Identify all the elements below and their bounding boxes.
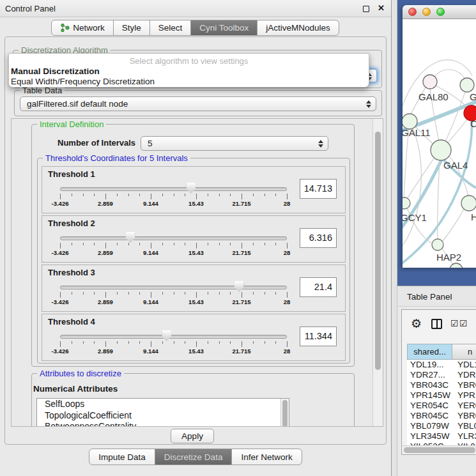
tab-style[interactable]: Style bbox=[113, 20, 150, 36]
number-of-intervals-label: Number of Intervals bbox=[58, 138, 135, 148]
table-row[interactable]: YER054C YER0 bbox=[407, 401, 476, 411]
network-edge[interactable] bbox=[438, 160, 440, 239]
network-node[interactable] bbox=[450, 263, 463, 268]
table-panel-title: Table Panel bbox=[407, 292, 452, 302]
numerical-attributes-list[interactable]: SelfLoops TopologicalCoefficient Between… bbox=[36, 398, 289, 427]
apply-button[interactable]: Apply bbox=[171, 429, 214, 443]
table-row[interactable]: YBR045C YBR0 bbox=[407, 411, 476, 421]
cell[interactable]: YLR345W bbox=[407, 431, 452, 441]
tab-cyni-toolbox[interactable]: Cyni Toolbox bbox=[190, 20, 257, 36]
interval-definition-group: Interval Definition Number of Intervals … bbox=[31, 124, 355, 367]
tab-discretize-data[interactable]: Discretize Data bbox=[155, 449, 233, 465]
table-header-row: shared... n bbox=[407, 344, 476, 360]
cell[interactable]: YDL19... bbox=[407, 360, 452, 370]
column-header-shared-name[interactable]: shared... bbox=[407, 344, 452, 360]
close-icon[interactable]: ✕ bbox=[378, 3, 385, 13]
network-node[interactable] bbox=[460, 78, 474, 92]
threshold-1-value-field[interactable]: 14.713 bbox=[300, 179, 337, 199]
cell[interactable]: YBL0 bbox=[452, 421, 476, 431]
table-data-combo[interactable]: galFiltered.sif default node bbox=[20, 96, 376, 111]
settings-scroll-region: Interval Definition Number of Intervals … bbox=[11, 118, 383, 427]
table-toolbar: ⚙ ☑ ☑ bbox=[402, 310, 476, 341]
gear-icon[interactable]: ⚙ bbox=[411, 316, 422, 331]
network-node[interactable] bbox=[423, 75, 437, 89]
slider-tick-labels: -3.4262.8599.14415.4321.71528 bbox=[60, 298, 287, 306]
dropdown-item-manual-discretization[interactable]: Manual Discretization bbox=[11, 66, 100, 76]
list-item[interactable]: TopologicalCoefficient bbox=[37, 410, 289, 422]
network-icon bbox=[60, 23, 70, 33]
cell[interactable]: YER054C bbox=[407, 401, 452, 411]
table-row[interactable]: YBR043C YBR0 bbox=[407, 380, 476, 390]
threshold-1-slider-thumb[interactable] bbox=[186, 183, 196, 194]
settings-vertical-scrollbar[interactable] bbox=[372, 119, 383, 426]
close-traffic-icon[interactable] bbox=[408, 8, 417, 16]
combo-arrows-icon bbox=[318, 139, 323, 148]
cell[interactable]: YBR043C bbox=[407, 380, 452, 390]
cell[interactable]: YLR3 bbox=[452, 431, 476, 441]
network-edge[interactable] bbox=[403, 128, 421, 249]
network-edge[interactable] bbox=[433, 70, 466, 80]
network-node-label: HAP2 bbox=[436, 252, 461, 263]
cell[interactable]: YPR1 bbox=[452, 390, 476, 401]
tab-label: Select bbox=[158, 20, 183, 36]
table-row[interactable]: YLR345W YLR3 bbox=[407, 431, 476, 441]
network-node[interactable] bbox=[431, 140, 451, 160]
network-node[interactable] bbox=[461, 196, 476, 211]
number-of-intervals-combo[interactable]: 5 bbox=[141, 136, 328, 151]
table-row[interactable]: YPR145W YPR1 bbox=[407, 390, 476, 401]
cell[interactable]: YER0 bbox=[452, 401, 476, 411]
cell[interactable]: YPR145W bbox=[407, 390, 452, 401]
tab-select[interactable]: Select bbox=[150, 20, 192, 36]
tab-infer-network[interactable]: Infer Network bbox=[231, 449, 302, 465]
network-window-titlebar[interactable] bbox=[403, 5, 476, 19]
table-horizontal-scrollbar[interactable] bbox=[403, 445, 476, 454]
threshold-4-value-field[interactable]: 11.344 bbox=[300, 326, 337, 346]
threshold-2-value-field[interactable]: 6.316 bbox=[300, 228, 337, 248]
table-row[interactable]: YDR27... YDR2 bbox=[407, 370, 476, 380]
list-item[interactable]: SelfLoops bbox=[37, 399, 289, 410]
bottom-tab-bar: Impute Data Discretize Data Infer Networ… bbox=[0, 449, 392, 466]
network-window[interactable]: GAL80GCGAL11GAL4GCY1HHAP2 bbox=[403, 5, 476, 268]
float-icon[interactable] bbox=[363, 6, 369, 12]
panel-splitter[interactable] bbox=[392, 0, 397, 476]
dropdown-item-equal-width-frequency[interactable]: Equal Width/Frequency Discretization bbox=[11, 77, 155, 86]
cell[interactable]: YBR0 bbox=[452, 411, 476, 421]
cell[interactable]: YBL079W bbox=[407, 421, 452, 431]
checkbox-icon[interactable]: ☑ bbox=[459, 318, 468, 328]
threshold-3-slider-thumb[interactable] bbox=[234, 281, 244, 292]
threshold-2-slider-thumb[interactable] bbox=[126, 232, 135, 243]
algorithm-dropdown-popup: Select algorithm to view settings Manual… bbox=[8, 53, 369, 88]
table-row[interactable]: YDL19... YDL1 bbox=[407, 360, 476, 370]
tab-impute-data[interactable]: Impute Data bbox=[89, 449, 155, 465]
cell[interactable]: YBR0 bbox=[452, 380, 476, 390]
slider-tick-labels: -3.4262.8599.14415.4321.71528 bbox=[60, 249, 287, 257]
table-row[interactable]: YBL079W YBL0 bbox=[407, 421, 476, 431]
scrollbar-thumb[interactable] bbox=[375, 132, 381, 370]
numerical-attributes-label: Numerical Attributes bbox=[33, 384, 118, 394]
table-panel-body: ⚙ ☑ ☑ shared... n YDL19... YDL1 YDR27... bbox=[397, 307, 476, 476]
checkbox-icon[interactable]: ☑ bbox=[450, 318, 459, 328]
network-node[interactable] bbox=[432, 239, 443, 250]
zoom-traffic-icon[interactable] bbox=[436, 8, 445, 16]
columns-icon[interactable] bbox=[431, 319, 442, 329]
tab-label: jActiveMNodules bbox=[266, 20, 330, 36]
cell[interactable]: YBR045C bbox=[407, 411, 452, 421]
network-node[interactable] bbox=[403, 197, 410, 209]
minimize-traffic-icon[interactable] bbox=[422, 8, 431, 16]
cell[interactable]: YDR27... bbox=[407, 370, 452, 380]
list-scrollbar[interactable] bbox=[280, 399, 289, 427]
threshold-3-value-field[interactable]: 21.4 bbox=[300, 277, 337, 297]
tab-network[interactable]: Network bbox=[51, 20, 114, 36]
cell[interactable]: YDR2 bbox=[452, 370, 476, 380]
threshold-4-slider-thumb[interactable] bbox=[162, 330, 171, 341]
slider-ticks bbox=[60, 243, 287, 249]
column-header-name[interactable]: n bbox=[452, 344, 476, 360]
scrollbar-thumb[interactable] bbox=[404, 447, 475, 453]
cell[interactable]: YDL1 bbox=[452, 360, 476, 370]
network-edge[interactable] bbox=[404, 129, 409, 197]
table-body: YDL19... YDL1 YDR27... YDR2 YBR043C YBR0… bbox=[407, 360, 476, 452]
tab-jactivemnodules[interactable]: jActiveMNodules bbox=[257, 20, 339, 36]
list-item[interactable]: BetweennessCentrality bbox=[37, 421, 289, 427]
threshold-2-panel: Threshold 2 -3.4262.8599.14415.4321.7152… bbox=[42, 215, 346, 263]
network-view-canvas[interactable]: GAL80GCGAL11GAL4GCY1HHAP2 bbox=[403, 19, 476, 268]
